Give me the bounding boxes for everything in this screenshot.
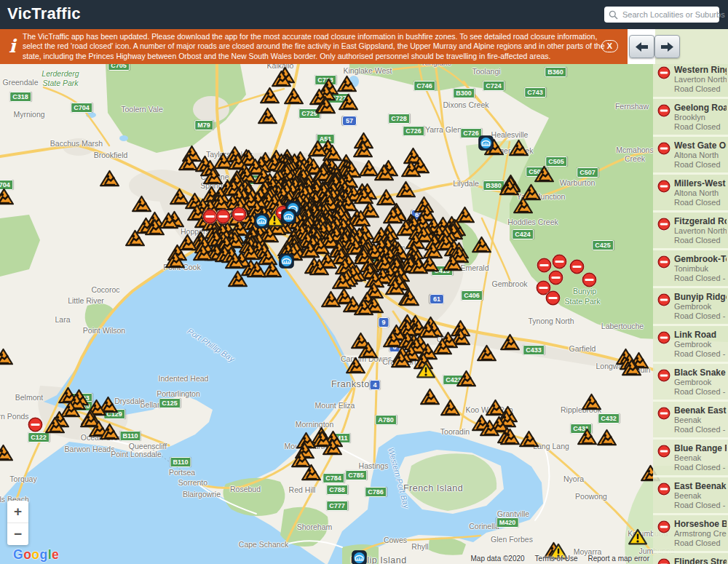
roadwork-icon[interactable]: [228, 270, 248, 287]
road-closure-item[interactable]: Geelong RoadBrooklynRoad Closed: [653, 99, 728, 137]
road-closure-item[interactable]: Millers-West GaAltona NorthRoad Closed: [653, 175, 728, 213]
road-closed-icon[interactable]: [232, 207, 247, 222]
road-closure-item[interactable]: Fitzgerald RoaLaverton NorthRoad Closed: [653, 213, 728, 250]
roadwork-icon[interactable]: [247, 261, 266, 278]
roadwork-icon[interactable]: [125, 229, 145, 247]
bridge-info-icon[interactable]: [279, 253, 294, 269]
road-closed-icon[interactable]: [28, 417, 43, 432]
road-closure-item[interactable]: Beenak East RBeenakRoad Closed - A: [653, 402, 728, 440]
roadwork-icon[interactable]: [509, 139, 529, 156]
roadwork-icon[interactable]: [456, 370, 476, 387]
road-closure-item[interactable]: Black Snake CGembrookRoad Closed - E: [653, 364, 728, 402]
roadwork-icon[interactable]: [622, 359, 641, 376]
roadwork-icon[interactable]: [337, 75, 357, 92]
roadwork-icon[interactable]: [272, 70, 291, 87]
road-closure-item[interactable]: East Beenak RBeenakRoad Closed - E: [653, 477, 728, 515]
roadwork-icon[interactable]: [339, 93, 358, 111]
roadwork-icon[interactable]: [477, 344, 496, 362]
place-label: Corinella: [469, 522, 499, 531]
banner-close-button[interactable]: X: [601, 40, 618, 52]
route-shield: B300: [453, 88, 475, 98]
bridge-info-icon[interactable]: [478, 135, 494, 151]
road-closed-icon[interactable]: [545, 290, 561, 306]
bridge-info-icon[interactable]: [352, 550, 367, 564]
road-closure-item[interactable]: Link RoadGembrookRoad Closed - E: [653, 326, 728, 364]
road-closed-icon[interactable]: [582, 272, 597, 287]
roadwork-icon[interactable]: [193, 244, 213, 261]
alert-banner-text: The VicTraffic app has been updated. Ple…: [23, 32, 609, 61]
road-closure-item[interactable]: Western Ring RLaverton NorthRoad Closed: [653, 61, 728, 99]
roadwork-icon[interactable]: [309, 258, 329, 276]
road-closure-item[interactable]: Blue Range RoBeenakRoad Closed - E: [653, 440, 728, 477]
road-closed-icon[interactable]: [552, 254, 567, 269]
next-alert-button[interactable]: [654, 35, 680, 58]
roadwork-icon[interactable]: [354, 298, 373, 316]
roadwork-icon[interactable]: [396, 180, 416, 198]
google-logo[interactable]: Google: [13, 547, 59, 563]
roadwork-icon[interactable]: [500, 333, 520, 351]
roadwork-icon[interactable]: [258, 107, 277, 124]
roadwork-icon[interactable]: [401, 160, 421, 178]
roadwork-icon[interactable]: [400, 289, 419, 306]
road-closed-icon[interactable]: [215, 209, 231, 224]
zoom-out-button[interactable]: −: [7, 523, 28, 545]
roadwork-icon[interactable]: [577, 428, 597, 445]
roadwork-icon[interactable]: [0, 444, 13, 461]
info-icon: i: [9, 36, 16, 57]
arrow-left-icon: [636, 42, 648, 52]
roadwork-icon[interactable]: [499, 178, 519, 196]
roadwork-icon[interactable]: [260, 87, 280, 104]
roadwork-icon[interactable]: [316, 97, 336, 114]
map-canvas[interactable]: KalkalloKinglake WestKinglakeToolangiDix…: [0, 0, 728, 564]
hazard-warning-icon[interactable]: [628, 528, 647, 545]
roadwork-icon[interactable]: [597, 429, 617, 446]
roadwork-icon[interactable]: [45, 416, 65, 434]
roadwork-icon[interactable]: [440, 399, 460, 416]
roadwork-icon[interactable]: [323, 438, 342, 456]
roadwork-icon[interactable]: [519, 430, 539, 448]
road-closure-item[interactable]: Horseshoe BenArmstrong CreekRoad Closed: [653, 515, 728, 553]
hazard-warning-icon[interactable]: [416, 362, 435, 378]
roadwork-icon[interactable]: [443, 254, 462, 271]
search-box[interactable]: [604, 7, 719, 23]
road-closure-item[interactable]: Flinders StreetMelbourneRoad Closed: [653, 553, 728, 564]
roadwork-icon[interactable]: [534, 165, 554, 183]
roadwork-icon[interactable]: [374, 164, 394, 181]
roadwork-icon[interactable]: [100, 423, 119, 440]
roadwork-icon[interactable]: [420, 388, 440, 405]
roadwork-icon[interactable]: [408, 257, 428, 274]
route-shield: C746: [414, 81, 435, 91]
route-shield: C728: [388, 114, 410, 124]
roadwork-icon[interactable]: [132, 195, 151, 213]
road-closure-item[interactable]: Gembrook-TonTonimbukRoad Closed - E: [653, 250, 728, 288]
roadwork-icon[interactable]: [0, 188, 14, 205]
road-closed-icon: [657, 407, 670, 434]
bridge-info-icon[interactable]: [281, 209, 296, 224]
roadwork-icon[interactable]: [391, 351, 411, 368]
roadwork-icon[interactable]: [100, 170, 119, 187]
roadwork-icon[interactable]: [513, 196, 533, 214]
place-label: Myrniong: [13, 110, 44, 119]
roadwork-icon[interactable]: [480, 419, 499, 437]
roadwork-icon[interactable]: [472, 236, 491, 253]
closure-road-name: West Gate Out: [674, 140, 727, 151]
roadwork-icon[interactable]: [582, 393, 601, 410]
road-closure-item[interactable]: West Gate OutAltona NorthRoad Closed: [653, 137, 728, 175]
roadwork-icon[interactable]: [321, 290, 341, 308]
roadwork-icon[interactable]: [500, 428, 520, 445]
search-input[interactable]: [621, 9, 727, 20]
roadwork-icon[interactable]: [145, 218, 165, 236]
roadwork-icon[interactable]: [332, 272, 352, 290]
roadwork-icon[interactable]: [346, 357, 365, 374]
roadwork-icon[interactable]: [284, 87, 304, 105]
road-closure-item[interactable]: Bunyip Ridge TGembrookRoad Closed - E: [653, 288, 728, 326]
roadwork-icon[interactable]: [0, 348, 13, 365]
terms-of-use-link[interactable]: Terms of Use: [535, 555, 578, 563]
zoom-in-button[interactable]: +: [7, 501, 28, 523]
bridge-info-icon[interactable]: [254, 213, 269, 229]
roadwork-icon[interactable]: [301, 464, 321, 481]
report-map-error-link[interactable]: Report a map error: [588, 555, 649, 563]
route-shield: 4: [369, 380, 380, 390]
roadwork-icon[interactable]: [165, 251, 185, 269]
previous-alert-button[interactable]: [629, 35, 654, 58]
